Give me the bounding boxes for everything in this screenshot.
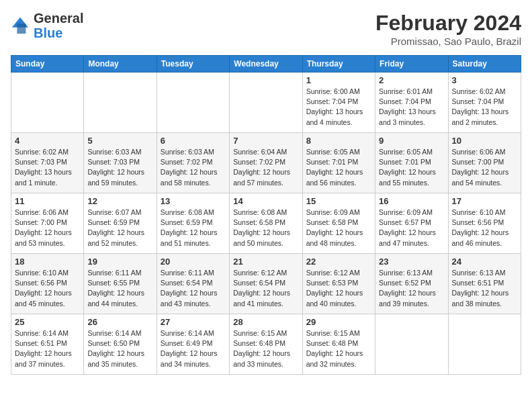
calendar-day-cell: 26Sunrise: 6:14 AMSunset: 6:50 PMDayligh… bbox=[84, 314, 157, 375]
calendar-day-cell: 17Sunrise: 6:10 AMSunset: 6:56 PMDayligh… bbox=[448, 193, 521, 254]
day-info: Sunrise: 6:05 AMSunset: 7:01 PMDaylight:… bbox=[379, 147, 444, 188]
logo-icon bbox=[11, 16, 30, 35]
day-info: Sunrise: 6:14 AMSunset: 6:51 PMDaylight:… bbox=[15, 328, 80, 369]
day-info: Sunrise: 6:10 AMSunset: 6:56 PMDaylight:… bbox=[15, 268, 80, 309]
calendar-day-cell: 24Sunrise: 6:13 AMSunset: 6:51 PMDayligh… bbox=[448, 254, 521, 314]
day-number: 12 bbox=[87, 196, 152, 206]
calendar-week-row: 1Sunrise: 6:00 AMSunset: 7:04 PMDaylight… bbox=[11, 73, 521, 133]
day-info: Sunrise: 6:09 AMSunset: 6:57 PMDaylight:… bbox=[379, 208, 444, 248]
day-info: Sunrise: 6:14 AMSunset: 6:50 PMDaylight:… bbox=[87, 328, 152, 369]
day-info: Sunrise: 6:07 AMSunset: 6:59 PMDaylight:… bbox=[87, 208, 152, 248]
calendar-table: SundayMondayTuesdayWednesdayThursdayFrid… bbox=[11, 55, 521, 375]
calendar-day-cell: 9Sunrise: 6:05 AMSunset: 7:01 PMDaylight… bbox=[375, 133, 448, 193]
calendar-day-cell bbox=[230, 73, 302, 133]
calendar-day-cell: 3Sunrise: 6:02 AMSunset: 7:04 PMDaylight… bbox=[448, 73, 521, 133]
calendar-day-cell: 11Sunrise: 6:06 AMSunset: 7:00 PMDayligh… bbox=[11, 193, 84, 254]
calendar-day-cell: 6Sunrise: 6:03 AMSunset: 7:02 PMDaylight… bbox=[157, 133, 229, 193]
calendar-day-cell: 20Sunrise: 6:11 AMSunset: 6:54 PMDayligh… bbox=[157, 254, 229, 314]
day-number: 23 bbox=[379, 257, 444, 267]
calendar-day-cell bbox=[157, 73, 229, 133]
day-number: 4 bbox=[15, 136, 80, 146]
day-number: 8 bbox=[306, 136, 371, 146]
day-number: 14 bbox=[233, 196, 298, 206]
day-number: 6 bbox=[161, 136, 226, 146]
day-info: Sunrise: 6:13 AMSunset: 6:51 PMDaylight:… bbox=[452, 268, 517, 309]
day-info: Sunrise: 6:10 AMSunset: 6:56 PMDaylight:… bbox=[452, 208, 517, 248]
calendar-day-cell: 29Sunrise: 6:15 AMSunset: 6:48 PMDayligh… bbox=[302, 314, 375, 375]
calendar-day-cell: 7Sunrise: 6:04 AMSunset: 7:02 PMDaylight… bbox=[230, 133, 302, 193]
day-number: 29 bbox=[306, 317, 371, 327]
day-number: 21 bbox=[233, 257, 298, 267]
day-number: 20 bbox=[161, 257, 226, 267]
day-number: 1 bbox=[306, 75, 371, 85]
logo-general-text: General bbox=[34, 11, 83, 26]
calendar-day-cell: 19Sunrise: 6:11 AMSunset: 6:55 PMDayligh… bbox=[84, 254, 157, 314]
calendar-header-row: SundayMondayTuesdayWednesdayThursdayFrid… bbox=[11, 56, 521, 73]
calendar-body: 1Sunrise: 6:00 AMSunset: 7:04 PMDaylight… bbox=[11, 73, 521, 375]
day-number: 18 bbox=[15, 257, 80, 267]
day-of-week-header: Monday bbox=[84, 56, 157, 73]
calendar-day-cell: 10Sunrise: 6:06 AMSunset: 7:00 PMDayligh… bbox=[448, 133, 521, 193]
calendar-day-cell bbox=[84, 73, 157, 133]
day-number: 3 bbox=[452, 75, 517, 85]
calendar-day-cell: 16Sunrise: 6:09 AMSunset: 6:57 PMDayligh… bbox=[375, 193, 448, 254]
logo-blue-text: Blue bbox=[34, 26, 62, 40]
day-of-week-header: Sunday bbox=[11, 56, 84, 73]
day-of-week-header: Thursday bbox=[302, 56, 375, 73]
day-number: 17 bbox=[452, 196, 517, 206]
day-info: Sunrise: 6:03 AMSunset: 7:02 PMDaylight:… bbox=[161, 147, 226, 188]
day-number: 13 bbox=[161, 196, 226, 206]
day-number: 11 bbox=[15, 196, 80, 206]
calendar-day-cell: 21Sunrise: 6:12 AMSunset: 6:54 PMDayligh… bbox=[230, 254, 302, 314]
calendar-day-cell: 12Sunrise: 6:07 AMSunset: 6:59 PMDayligh… bbox=[84, 193, 157, 254]
day-info: Sunrise: 6:05 AMSunset: 7:01 PMDaylight:… bbox=[306, 147, 371, 188]
calendar-day-cell: 22Sunrise: 6:12 AMSunset: 6:53 PMDayligh… bbox=[302, 254, 375, 314]
calendar-day-cell: 14Sunrise: 6:08 AMSunset: 6:58 PMDayligh… bbox=[230, 193, 302, 254]
day-number: 15 bbox=[306, 196, 371, 206]
calendar-day-cell: 23Sunrise: 6:13 AMSunset: 6:52 PMDayligh… bbox=[375, 254, 448, 314]
day-number: 24 bbox=[452, 257, 517, 267]
calendar-day-cell: 28Sunrise: 6:15 AMSunset: 6:48 PMDayligh… bbox=[230, 314, 302, 375]
day-number: 7 bbox=[233, 136, 298, 146]
day-info: Sunrise: 6:13 AMSunset: 6:52 PMDaylight:… bbox=[379, 268, 444, 309]
calendar-day-cell: 25Sunrise: 6:14 AMSunset: 6:51 PMDayligh… bbox=[11, 314, 84, 375]
day-number: 5 bbox=[87, 136, 152, 146]
day-number: 25 bbox=[15, 317, 80, 327]
day-of-week-header: Saturday bbox=[448, 56, 521, 73]
calendar-week-row: 4Sunrise: 6:02 AMSunset: 7:03 PMDaylight… bbox=[11, 133, 521, 193]
day-number: 26 bbox=[87, 317, 152, 327]
calendar-week-row: 11Sunrise: 6:06 AMSunset: 7:00 PMDayligh… bbox=[11, 193, 521, 254]
day-info: Sunrise: 6:00 AMSunset: 7:04 PMDaylight:… bbox=[306, 87, 371, 128]
day-number: 10 bbox=[452, 136, 517, 146]
calendar-day-cell: 4Sunrise: 6:02 AMSunset: 7:03 PMDaylight… bbox=[11, 133, 84, 193]
day-info: Sunrise: 6:12 AMSunset: 6:53 PMDaylight:… bbox=[306, 268, 371, 309]
calendar-day-cell bbox=[11, 73, 84, 133]
calendar-day-cell: 27Sunrise: 6:14 AMSunset: 6:49 PMDayligh… bbox=[157, 314, 229, 375]
page-header: General Blue February 2024 Promissao, Sa… bbox=[11, 11, 521, 47]
logo: General Blue bbox=[11, 11, 83, 40]
calendar-week-row: 25Sunrise: 6:14 AMSunset: 6:51 PMDayligh… bbox=[11, 314, 521, 375]
day-info: Sunrise: 6:01 AMSunset: 7:04 PMDaylight:… bbox=[379, 87, 444, 128]
calendar-day-cell: 15Sunrise: 6:09 AMSunset: 6:58 PMDayligh… bbox=[302, 193, 375, 254]
calendar-day-cell: 1Sunrise: 6:00 AMSunset: 7:04 PMDaylight… bbox=[302, 73, 375, 133]
day-number: 9 bbox=[379, 136, 444, 146]
calendar-day-cell: 5Sunrise: 6:03 AMSunset: 7:03 PMDaylight… bbox=[84, 133, 157, 193]
day-info: Sunrise: 6:06 AMSunset: 7:00 PMDaylight:… bbox=[15, 208, 80, 248]
day-info: Sunrise: 6:02 AMSunset: 7:04 PMDaylight:… bbox=[452, 87, 517, 128]
day-of-week-header: Friday bbox=[375, 56, 448, 73]
day-number: 16 bbox=[379, 196, 444, 206]
day-info: Sunrise: 6:11 AMSunset: 6:54 PMDaylight:… bbox=[161, 268, 226, 309]
calendar-day-cell: 13Sunrise: 6:08 AMSunset: 6:59 PMDayligh… bbox=[157, 193, 229, 254]
month-year-title: February 2024 bbox=[375, 11, 521, 36]
day-info: Sunrise: 6:15 AMSunset: 6:48 PMDaylight:… bbox=[306, 328, 371, 369]
day-number: 22 bbox=[306, 257, 371, 267]
day-info: Sunrise: 6:08 AMSunset: 6:58 PMDaylight:… bbox=[233, 208, 298, 248]
day-of-week-header: Tuesday bbox=[157, 56, 229, 73]
day-info: Sunrise: 6:08 AMSunset: 6:59 PMDaylight:… bbox=[161, 208, 226, 248]
day-number: 2 bbox=[379, 75, 444, 85]
calendar-day-cell bbox=[375, 314, 448, 375]
day-info: Sunrise: 6:15 AMSunset: 6:48 PMDaylight:… bbox=[233, 328, 298, 369]
day-info: Sunrise: 6:12 AMSunset: 6:54 PMDaylight:… bbox=[233, 268, 298, 309]
day-info: Sunrise: 6:11 AMSunset: 6:55 PMDaylight:… bbox=[87, 268, 152, 309]
day-info: Sunrise: 6:04 AMSunset: 7:02 PMDaylight:… bbox=[233, 147, 298, 188]
